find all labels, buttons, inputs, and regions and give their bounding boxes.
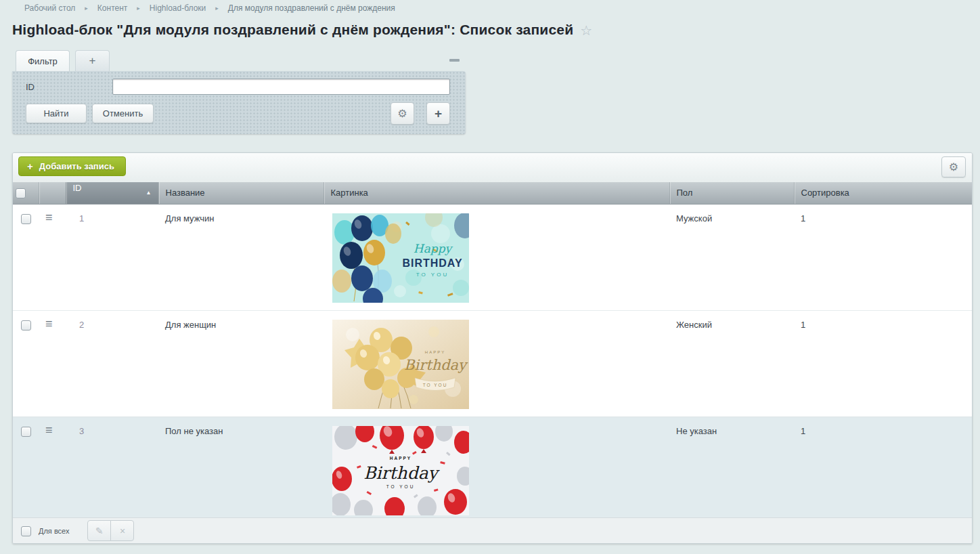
cell-id[interactable]: 1 (66, 204, 158, 310)
records-table: ID ▲ Название Картинка Пол Сортировка ≡ … (13, 182, 973, 523)
cell-gender: Не указан (669, 417, 794, 523)
gear-icon: ⚙ (397, 108, 407, 119)
edit-selected-button[interactable]: ✎ (87, 520, 111, 541)
image-text-happy: HAPPY (425, 350, 445, 354)
birthday-image-red-silver: HAPPY Birthday TO YOU (332, 426, 469, 515)
image-text-toyou: TO YOU (423, 383, 448, 387)
row-menu-icon[interactable]: ≡ (45, 426, 53, 435)
row-checkbox[interactable] (21, 214, 31, 224)
image-text-happy: HAPPY (390, 456, 411, 461)
record-image-men: Happy BIRTHDAY TO YOU (332, 213, 469, 303)
filter-add-field-button[interactable]: + (426, 102, 450, 125)
birthday-image-gold: HAPPY Birthday TO YOU (332, 320, 469, 409)
image-text-birthday: Birthday (404, 357, 468, 373)
cell-name: Для женщин (158, 310, 324, 417)
plus-icon: + (27, 161, 33, 172)
table-row: ≡ 2 Для женщин (13, 310, 973, 417)
filter-id-label: ID (26, 82, 35, 92)
breadcrumb-arrow-icon: ▸ (215, 5, 219, 12)
breadcrumb: Рабочий стол ▸ Контент ▸ Highload-блоки … (24, 3, 395, 13)
sort-asc-icon: ▲ (146, 183, 152, 203)
cell-sort: 1 (794, 417, 973, 523)
column-header-gender[interactable]: Пол (669, 182, 794, 204)
add-filter-tab-button[interactable]: + (75, 50, 110, 71)
breadcrumb-content[interactable]: Контент (97, 3, 127, 13)
find-button[interactable]: Найти (26, 104, 87, 123)
page-title: Highload-блок "Для модуля поздравлений с… (12, 22, 573, 38)
cell-name: Для мужчин (158, 204, 324, 310)
cancel-button[interactable]: Отменить (92, 104, 154, 123)
plus-icon: + (89, 54, 96, 68)
add-record-button[interactable]: + Добавить запись (18, 156, 126, 176)
collapse-filter-icon[interactable] (449, 59, 460, 62)
cell-id[interactable]: 2 (66, 310, 158, 417)
row-menu-cell: ≡ (39, 310, 66, 417)
page-header: Highload-блок "Для модуля поздравлений с… (12, 22, 592, 39)
cell-name: Пол не указан (158, 417, 324, 523)
footer-actions: ✎ × (87, 520, 134, 541)
column-header-id[interactable]: ID ▲ (66, 182, 158, 204)
row-menu-icon[interactable]: ≡ (45, 213, 53, 222)
image-text-toyou: TO YOU (386, 484, 416, 489)
breadcrumb-current-page[interactable]: Для модуля поздравлений с днём рождения (228, 3, 395, 13)
birthday-image-blue-gold: Happy BIRTHDAY TO YOU (332, 213, 469, 303)
cell-image: Happy BIRTHDAY TO YOU (324, 204, 669, 310)
filter-panel: ID Найти Отменить ⚙ + (12, 71, 466, 134)
delete-selected-button[interactable]: × (110, 520, 134, 541)
table-header-row: ID ▲ Название Картинка Пол Сортировка (13, 182, 973, 204)
list-toolbar: + Добавить запись ⚙ (13, 153, 972, 182)
cell-image: HAPPY Birthday TO YOU (324, 310, 669, 417)
records-list-panel: + Добавить запись ⚙ ID ▲ Название Картин… (12, 152, 973, 544)
row-select-cell (13, 204, 39, 310)
pencil-icon: ✎ (95, 526, 104, 536)
list-settings-button[interactable]: ⚙ (941, 156, 966, 177)
header-menu-column (39, 182, 66, 204)
column-header-sort[interactable]: Сортировка (794, 182, 973, 204)
cell-sort: 1 (794, 310, 973, 417)
row-select-cell (13, 417, 39, 523)
page: { "breadcrumb": { "items": ["Рабочий сто… (0, 0, 980, 554)
cell-id[interactable]: 3 (66, 417, 158, 523)
close-icon: × (120, 526, 125, 536)
record-image-women: HAPPY Birthday TO YOU (332, 320, 469, 409)
breadcrumb-desktop[interactable]: Рабочий стол (24, 3, 75, 13)
column-header-image[interactable]: Картинка (324, 182, 669, 204)
row-menu-cell: ≡ (39, 204, 66, 310)
tab-filter[interactable]: Фильтр (16, 50, 70, 71)
filter-tabs: Фильтр + (16, 50, 110, 71)
filter-settings-button[interactable]: ⚙ (391, 102, 414, 125)
table-row: ≡ 3 Пол не указан (13, 417, 973, 523)
record-image-neutral: HAPPY Birthday TO YOU (332, 426, 469, 515)
favorite-star-icon[interactable]: ☆ (580, 22, 592, 39)
breadcrumb-highload-blocks[interactable]: Highload-блоки (150, 3, 206, 13)
image-text-toyou: TO YOU (416, 272, 449, 278)
cell-gender: Мужской (669, 204, 794, 310)
select-all-label: Для всех (39, 527, 69, 535)
image-text-happy: Happy (414, 242, 453, 255)
cell-image: HAPPY Birthday TO YOU (324, 417, 669, 523)
row-checkbox[interactable] (21, 427, 31, 437)
table-row: ≡ 1 Для мужчин (13, 204, 973, 310)
cell-gender: Женский (669, 310, 794, 417)
row-menu-cell: ≡ (39, 417, 66, 523)
filter-id-input[interactable] (112, 79, 450, 95)
plus-icon: + (435, 106, 442, 121)
gear-icon: ⚙ (949, 161, 958, 173)
cell-sort: 1 (794, 204, 973, 310)
column-header-id-label: ID (73, 183, 82, 193)
image-text-birthday: Birthday (363, 463, 440, 483)
row-select-cell (13, 310, 39, 417)
row-checkbox[interactable] (21, 320, 31, 331)
column-header-name[interactable]: Название (158, 182, 324, 204)
image-text-birthday: BIRTHDAY (402, 257, 462, 269)
row-menu-icon[interactable]: ≡ (45, 320, 53, 328)
add-record-label: Добавить запись (39, 161, 114, 171)
breadcrumb-arrow-icon: ▸ (85, 5, 88, 12)
select-all-checkbox[interactable] (16, 188, 26, 198)
breadcrumb-arrow-icon: ▸ (137, 5, 140, 12)
header-select-all-cell (13, 182, 39, 204)
list-footer: Для всех ✎ × (13, 517, 972, 543)
select-all-footer-checkbox[interactable] (21, 526, 31, 536)
